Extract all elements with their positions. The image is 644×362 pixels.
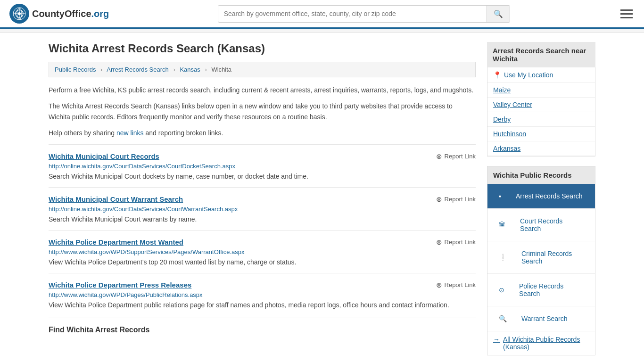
all-records-label: All Wichita Public Records (Kansas) <box>503 336 589 351</box>
result-url[interactable]: http://online.wichita.gov/CourtDataServi… <box>49 163 476 170</box>
result-url[interactable]: http://www.wichita.gov/WPD/SupportServic… <box>49 248 476 255</box>
public-records-header: Wichita Public Records <box>487 166 595 184</box>
logo[interactable]: CountyOffice.org <box>9 4 109 24</box>
report-link-button[interactable]: ⊗ Report Link <box>436 238 476 247</box>
site-header: CountyOffice.org 🔍 <box>0 0 644 29</box>
nearby-list: 📍 Use My Location MaizeValley CenterDerb… <box>487 67 595 156</box>
result-url[interactable]: http://www.wichita.gov/WPD/Pages/PublicR… <box>49 291 476 298</box>
report-label: Report Link <box>445 153 476 160</box>
use-my-location-row[interactable]: 📍 Use My Location <box>487 67 595 83</box>
public-records-item-link[interactable]: ⊙ Police Records Search <box>487 274 595 306</box>
search-button[interactable]: 🔍 <box>487 6 510 22</box>
report-icon: ⊗ <box>436 152 442 161</box>
nearby-link[interactable]: Arkansas <box>493 145 520 152</box>
rec-icon: 🏛 <box>493 217 511 233</box>
header-accent-bar <box>0 29 644 33</box>
breadcrumb: Public Records › Arrest Records Search ›… <box>49 62 476 77</box>
public-records-section: Wichita Public Records ▪ Arrest Records … <box>487 166 595 355</box>
result-desc: View Wichita Police Department's top 20 … <box>49 257 476 267</box>
public-records-item-link[interactable]: ▪ Arrest Records Search <box>487 184 595 208</box>
nearby-link[interactable]: Derby <box>493 115 511 123</box>
new-links-link[interactable]: new links <box>116 129 144 137</box>
report-link-button[interactable]: ⊗ Report Link <box>436 195 476 204</box>
arrow-icon: → <box>493 336 500 343</box>
breadcrumb-separator: › <box>100 66 102 73</box>
use-my-location-link[interactable]: Use My Location <box>504 71 553 79</box>
logo-icon <box>9 4 29 24</box>
result-url[interactable]: http://online.wichita.gov/CourtDataServi… <box>49 206 476 213</box>
breadcrumb-separator: › <box>205 66 206 73</box>
hamburger-menu-button[interactable] <box>619 8 635 20</box>
rec-label: Police Records Search <box>513 278 589 302</box>
breadcrumb-separator: › <box>173 66 175 73</box>
location-pin-icon: 📍 <box>493 71 501 79</box>
public-records-list-item[interactable]: ❕ Criminal Records Search <box>487 241 595 274</box>
rec-icon: ⊙ <box>493 282 510 298</box>
menu-line <box>620 17 633 18</box>
breadcrumb-wichita: Wichita <box>211 66 231 73</box>
search-icon: 🔍 <box>494 10 503 18</box>
nearby-header: Arrest Records Search near Wichita <box>487 42 595 67</box>
content-area: Wichita Arrest Records Search (Kansas) P… <box>49 42 476 362</box>
find-title: Find Wichita Arrest Records <box>49 326 476 334</box>
report-icon: ⊗ <box>436 238 442 247</box>
public-records-list-item[interactable]: ⊙ Police Records Search <box>487 274 595 306</box>
result-desc: Search Wichita Municipal Court warrants … <box>49 214 476 224</box>
result-title[interactable]: Wichita Police Department Most Wanted <box>49 238 183 246</box>
rec-label: Court Records Search <box>514 213 589 237</box>
result-item: Wichita Police Department Most Wanted ⊗ … <box>49 230 476 273</box>
report-label: Report Link <box>445 239 476 246</box>
report-label: Report Link <box>445 281 476 288</box>
main-container: Wichita Arrest Records Search (Kansas) P… <box>39 33 605 362</box>
breadcrumb-public-records[interactable]: Public Records <box>55 66 96 73</box>
nearby-link[interactable]: Hutchinson <box>493 130 526 138</box>
rec-icon: ❕ <box>493 249 512 265</box>
result-header: Wichita Police Department Press Releases… <box>49 281 476 289</box>
nearby-link-item: Arkansas <box>487 141 595 156</box>
rec-label: Criminal Records Search <box>516 246 589 269</box>
result-item: Wichita Police Department Press Releases… <box>49 273 476 316</box>
rec-icon: 🔍 <box>493 311 512 327</box>
result-item: Wichita Municipal Court Warrant Search ⊗… <box>49 187 476 230</box>
menu-line <box>620 9 633 11</box>
nearby-link[interactable]: Maize <box>493 86 511 94</box>
public-records-list: ▪ Arrest Records Search 🏛 Court Records … <box>487 184 595 331</box>
result-title[interactable]: Wichita Municipal Court Records <box>49 152 159 160</box>
result-desc: View Wichita Police Department public re… <box>49 300 476 310</box>
public-records-list-item[interactable]: 🔍 Warrant Search <box>487 306 595 331</box>
rec-icon: ▪ <box>493 188 507 204</box>
report-icon: ⊗ <box>436 281 442 289</box>
nearby-links: MaizeValley CenterDerbyHutchinsonArkansa… <box>487 83 595 156</box>
public-records-list-item[interactable]: ▪ Arrest Records Search <box>487 184 595 209</box>
rec-label: Arrest Records Search <box>510 188 588 204</box>
menu-line <box>620 13 633 15</box>
result-header: Wichita Police Department Most Wanted ⊗ … <box>49 238 476 247</box>
nearby-link-item: Derby <box>487 112 595 127</box>
public-records-list-item[interactable]: 🏛 Court Records Search <box>487 209 595 241</box>
result-title[interactable]: Wichita Municipal Court Warrant Search <box>49 195 183 203</box>
public-records-item-link[interactable]: ❕ Criminal Records Search <box>487 241 595 273</box>
all-records-link[interactable]: → All Wichita Public Records (Kansas) <box>487 331 595 355</box>
description-section: Perform a free Wichita, KS public arrest… <box>49 85 476 139</box>
public-records-item-link[interactable]: 🔍 Warrant Search <box>487 306 595 331</box>
report-label: Report Link <box>445 196 476 203</box>
page-title: Wichita Arrest Records Search (Kansas) <box>49 42 476 55</box>
result-desc: Search Wichita Municipal Court dockets b… <box>49 172 476 181</box>
breadcrumb-arrest-records[interactable]: Arrest Records Search <box>107 66 169 73</box>
report-link-button[interactable]: ⊗ Report Link <box>436 281 476 289</box>
result-header: Wichita Municipal Court Warrant Search ⊗… <box>49 195 476 204</box>
nearby-link-item: Maize <box>487 83 595 98</box>
logo-text: CountyOffice.org <box>32 8 109 19</box>
nearby-link-item: Hutchinson <box>487 127 595 141</box>
result-item: Wichita Municipal Court Records ⊗ Report… <box>49 144 476 187</box>
breadcrumb-kansas[interactable]: Kansas <box>180 66 200 73</box>
report-icon: ⊗ <box>436 195 442 204</box>
search-input[interactable] <box>218 6 487 21</box>
public-records-item-link[interactable]: 🏛 Court Records Search <box>487 209 595 241</box>
result-title[interactable]: Wichita Police Department Press Releases <box>49 281 191 289</box>
description-para2: The Wichita Arrest Records Search (Kansa… <box>49 101 476 122</box>
nearby-section: Arrest Records Search near Wichita 📍 Use… <box>487 42 595 156</box>
report-link-button[interactable]: ⊗ Report Link <box>436 152 476 161</box>
results-container: Wichita Municipal Court Records ⊗ Report… <box>49 144 476 316</box>
nearby-link[interactable]: Valley Center <box>493 101 532 108</box>
